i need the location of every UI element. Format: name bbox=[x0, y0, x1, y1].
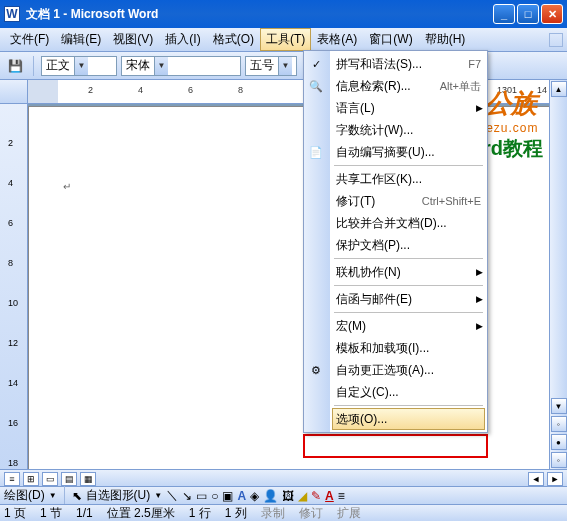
status-page: 1 页 bbox=[4, 505, 26, 522]
clipart-icon[interactable]: 👤 bbox=[263, 489, 278, 503]
vruler-tick: 10 bbox=[8, 298, 18, 308]
divider-icon bbox=[64, 486, 65, 506]
menu-separator bbox=[334, 405, 483, 406]
line-color-icon[interactable]: ✎ bbox=[311, 489, 321, 503]
menu-format[interactable]: 格式(O) bbox=[207, 28, 260, 51]
menu-separator bbox=[334, 312, 483, 313]
divider-icon bbox=[33, 56, 34, 76]
scroll-down-button[interactable]: ▼ bbox=[551, 398, 567, 414]
vruler-tick: 12 bbox=[8, 338, 18, 348]
menu-item-宏M[interactable]: 宏(M)▶ bbox=[330, 315, 487, 337]
menu-item-字数统计W[interactable]: 字数统计(W)... bbox=[330, 119, 487, 141]
submenu-arrow-icon: ▶ bbox=[476, 321, 483, 331]
print-view-button[interactable]: ▭ bbox=[42, 472, 58, 486]
status-bar: 1 页 1 节 1/1 位置 2.5厘米 1 行 1 列 录制 修订 扩展 bbox=[0, 504, 567, 521]
menu-item-label: 拼写和语法(S)... bbox=[336, 56, 468, 73]
size-value: 五号 bbox=[246, 57, 278, 74]
oval-icon[interactable]: ○ bbox=[211, 489, 218, 503]
prev-page-button[interactable]: ◦ bbox=[551, 416, 567, 432]
maximize-button[interactable]: □ bbox=[517, 4, 539, 24]
font-combo[interactable]: 宋体▼ bbox=[121, 56, 241, 76]
textbox-icon[interactable]: ▣ bbox=[222, 489, 233, 503]
menu-separator bbox=[334, 165, 483, 166]
menu-help[interactable]: 帮助(H) bbox=[419, 28, 472, 51]
next-page-button[interactable]: ◦ bbox=[551, 452, 567, 468]
menu-item-共享工作区K[interactable]: 共享工作区(K)... bbox=[330, 168, 487, 190]
line-style-icon[interactable]: ≡ bbox=[338, 489, 345, 503]
menu-item-自动更正选项A[interactable]: ⚙自动更正选项(A)... bbox=[330, 359, 487, 381]
draw-menu[interactable]: 绘图(D) bbox=[4, 487, 45, 504]
view-buttons-bar: ≡ ⊞ ▭ ▤ ▦ ◄ ► bbox=[0, 469, 567, 487]
menu-item-label: 信息检索(R)... bbox=[336, 78, 440, 95]
menu-item-label: 选项(O)... bbox=[336, 411, 481, 428]
menu-item-比较并合并文档D[interactable]: 比较并合并文档(D)... bbox=[330, 212, 487, 234]
status-line: 1 行 bbox=[189, 505, 211, 522]
menu-item-label: 联机协作(N) bbox=[336, 264, 481, 281]
normal-view-button[interactable]: ≡ bbox=[4, 472, 20, 486]
menu-item-语言L[interactable]: 语言(L)▶ bbox=[330, 97, 487, 119]
menu-file[interactable]: 文件(F) bbox=[4, 28, 55, 51]
menu-view[interactable]: 视图(V) bbox=[107, 28, 159, 51]
vruler-tick: 4 bbox=[8, 178, 13, 188]
menu-item-选项O[interactable]: 选项(O)... bbox=[332, 408, 485, 430]
scroll-up-button[interactable]: ▲ bbox=[551, 81, 567, 97]
fill-color-icon[interactable]: ◢ bbox=[298, 489, 307, 503]
minimize-button[interactable]: _ bbox=[493, 4, 515, 24]
submenu-arrow-icon: ▶ bbox=[476, 103, 483, 113]
status-column: 1 列 bbox=[225, 505, 247, 522]
menu-item-label: 信函与邮件(E) bbox=[336, 291, 481, 308]
picture-icon[interactable]: 🖼 bbox=[282, 489, 294, 503]
arrow-icon[interactable]: ↘ bbox=[182, 489, 192, 503]
outline-view-button[interactable]: ▤ bbox=[61, 472, 77, 486]
chevron-down-icon: ▼ bbox=[154, 491, 162, 500]
save-button[interactable]: 💾 bbox=[4, 55, 26, 77]
chevron-down-icon: ▼ bbox=[278, 57, 292, 75]
menu-insert[interactable]: 插入(I) bbox=[159, 28, 206, 51]
submenu-arrow-icon: ▶ bbox=[476, 267, 483, 277]
menu-item-模板和加载项I[interactable]: 模板和加载项(I)... bbox=[330, 337, 487, 359]
ruler-tick: 6 bbox=[188, 85, 193, 95]
menu-item-自定义C[interactable]: 自定义(C)... bbox=[330, 381, 487, 403]
menu-item-保护文档P[interactable]: 保护文档(P)... bbox=[330, 234, 487, 256]
menu-item-icon: 🔍 bbox=[308, 78, 324, 94]
menu-item-icon: 📄 bbox=[308, 144, 324, 160]
menu-item-联机协作N[interactable]: 联机协作(N)▶ bbox=[330, 261, 487, 283]
menu-tools[interactable]: 工具(T) bbox=[260, 28, 311, 51]
drawing-toolbar: 绘图(D)▼ ⬉ 自选图形(U)▼ ＼ ↘ ▭ ○ ▣ A ◈ 👤 🖼 ◢ ✎ … bbox=[0, 486, 567, 504]
menu-window[interactable]: 窗口(W) bbox=[363, 28, 418, 51]
vertical-scrollbar[interactable]: ▲ ▼ ◦ ● ◦ bbox=[549, 80, 567, 469]
rectangle-icon[interactable]: ▭ bbox=[196, 489, 207, 503]
style-combo[interactable]: 正文▼ bbox=[41, 56, 117, 76]
font-color-icon[interactable]: A bbox=[325, 489, 334, 503]
menu-separator bbox=[334, 258, 483, 259]
vertical-ruler[interactable]: 2 4 6 8 10 12 14 16 18 bbox=[0, 104, 28, 482]
wordart-icon[interactable]: A bbox=[237, 489, 246, 503]
menu-separator bbox=[334, 285, 483, 286]
diagram-icon[interactable]: ◈ bbox=[250, 489, 259, 503]
size-combo[interactable]: 五号▼ bbox=[245, 56, 297, 76]
menu-item-自动编写摘要U[interactable]: 📄自动编写摘要(U)... bbox=[330, 141, 487, 163]
autoshapes-menu[interactable]: 自选图形(U) bbox=[86, 487, 151, 504]
menu-edit[interactable]: 编辑(E) bbox=[55, 28, 107, 51]
menu-item-label: 自动编写摘要(U)... bbox=[336, 144, 481, 161]
menu-item-修订T[interactable]: 修订(T)Ctrl+Shift+E bbox=[330, 190, 487, 212]
menu-table[interactable]: 表格(A) bbox=[311, 28, 363, 51]
menu-item-信息检索R[interactable]: 🔍信息检索(R)...Alt+单击 bbox=[330, 75, 487, 97]
tools-menu-dropdown: ✓拼写和语法(S)...F7🔍信息检索(R)...Alt+单击语言(L)▶字数统… bbox=[303, 50, 488, 433]
scroll-right-button[interactable]: ► bbox=[547, 472, 563, 486]
vruler-tick: 6 bbox=[8, 218, 13, 228]
web-view-button[interactable]: ⊞ bbox=[23, 472, 39, 486]
menu-item-shortcut: F7 bbox=[468, 58, 481, 70]
pointer-icon[interactable]: ⬉ bbox=[72, 489, 82, 503]
reading-view-button[interactable]: ▦ bbox=[80, 472, 96, 486]
line-icon[interactable]: ＼ bbox=[166, 487, 178, 504]
menu-item-label: 语言(L) bbox=[336, 100, 481, 117]
browse-object-button[interactable]: ● bbox=[551, 434, 567, 450]
menu-item-拼写和语法S[interactable]: ✓拼写和语法(S)...F7 bbox=[330, 53, 487, 75]
ruler-corner bbox=[0, 80, 28, 103]
scroll-left-button[interactable]: ◄ bbox=[528, 472, 544, 486]
menu-item-信函与邮件E[interactable]: 信函与邮件(E)▶ bbox=[330, 288, 487, 310]
menu-item-icon: ⚙ bbox=[308, 362, 324, 378]
close-button[interactable]: ✕ bbox=[541, 4, 563, 24]
window-title: 文档 1 - Microsoft Word bbox=[26, 6, 493, 23]
